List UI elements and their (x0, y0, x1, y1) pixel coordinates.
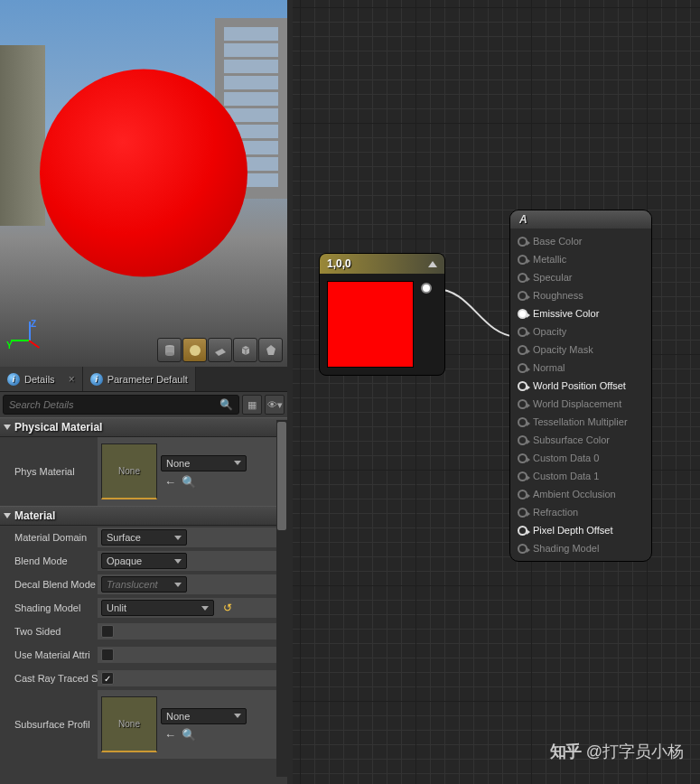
phys-material-dropdown[interactable]: None (161, 455, 247, 471)
property-matrix-button[interactable]: ▦ (242, 395, 262, 415)
material-pin-subsurface-color[interactable]: Subsurface Color (510, 431, 651, 449)
visibility-filter-button[interactable]: 👁▾ (265, 395, 285, 415)
shading-model-value: Unlit (107, 602, 126, 613)
pin-label: Ambient Occlusion (533, 489, 616, 499)
constant3-node[interactable]: 1,0,0 (319, 253, 445, 376)
info-icon: i (90, 373, 103, 386)
material-pin-world-displacement[interactable]: World Displacement (510, 395, 651, 413)
watermark-text: @打字员小杨 (586, 741, 684, 762)
decal-blend-mode-dropdown[interactable]: Translucent (101, 576, 187, 593)
pin-label: Normal (533, 362, 565, 373)
material-output-header[interactable]: A (510, 210, 651, 229)
shape-cylinder-button[interactable] (157, 338, 182, 362)
tab-parameter-defaults[interactable]: i Parameter Default (83, 367, 196, 391)
material-pin-roughness[interactable]: Roughness (510, 286, 651, 304)
watermark: 知乎 @打字员小杨 (550, 741, 684, 762)
blend-mode-dropdown[interactable]: Opaque (101, 553, 187, 569)
pin-ring-icon[interactable] (518, 363, 527, 373)
pin-ring-icon[interactable] (518, 345, 527, 355)
pin-ring-icon[interactable] (518, 255, 527, 265)
pin-ring-icon[interactable] (518, 237, 527, 247)
prop-material-domain: Material Domain Surface (0, 526, 287, 549)
search-icon[interactable]: 🔍 (219, 398, 233, 411)
pin-ring-icon[interactable] (518, 291, 527, 301)
use-material-attributes-checkbox[interactable] (101, 649, 114, 661)
two-sided-checkbox[interactable] (101, 625, 114, 638)
pin-ring-icon[interactable] (518, 273, 527, 283)
section-physical-material[interactable]: Physical Material (0, 417, 287, 437)
pin-ring-icon[interactable] (518, 471, 527, 481)
details-scrollbar[interactable] (276, 420, 287, 777)
material-domain-dropdown[interactable]: Surface (101, 529, 187, 546)
material-pin-pixel-depth-offset[interactable]: Pixel Depth Offset (510, 521, 651, 539)
search-input[interactable] (9, 399, 219, 410)
pin-ring-icon[interactable] (518, 526, 527, 536)
material-pin-metallic[interactable]: Metallic (510, 250, 651, 268)
tab-details[interactable]: i Details × (0, 367, 83, 391)
material-pin-opacity-mask[interactable]: Opacity Mask (510, 341, 651, 359)
constant3-swatch[interactable] (327, 281, 414, 368)
pin-label: Custom Data 1 (533, 471, 599, 481)
close-icon[interactable]: × (69, 373, 75, 386)
pin-ring-icon[interactable] (518, 309, 527, 319)
shading-model-dropdown[interactable]: Unlit (101, 600, 214, 616)
browse-button[interactable]: 🔍 (182, 475, 196, 489)
material-pin-emissive-color[interactable]: Emissive Color (510, 304, 651, 322)
pin-ring-icon[interactable] (518, 453, 527, 463)
prop-use-material-attributes: Use Material Attri (0, 643, 287, 667)
material-pin-ambient-occlusion[interactable]: Ambient Occlusion (510, 485, 651, 503)
search-box[interactable]: 🔍 (3, 395, 239, 415)
material-pin-base-color[interactable]: Base Color (510, 232, 651, 250)
subsurface-dropdown[interactable]: None (161, 708, 247, 724)
constant3-output-pin[interactable] (421, 283, 432, 294)
blend-mode-value: Opaque (107, 555, 142, 566)
pin-ring-icon[interactable] (518, 417, 527, 427)
pin-label: Roughness (533, 290, 583, 301)
material-output-node[interactable]: A Base ColorMetallicSpecularRoughnessEmi… (509, 210, 652, 562)
material-pin-refraction[interactable]: Refraction (510, 503, 651, 521)
pin-label: Specular (533, 272, 572, 283)
material-pin-opacity[interactable]: Opacity (510, 322, 651, 341)
pin-ring-icon[interactable] (518, 435, 527, 445)
prop-blend-mode: Blend Mode Opaque (0, 549, 287, 573)
pin-ring-icon[interactable] (518, 327, 527, 337)
shape-mesh-button[interactable] (258, 338, 283, 362)
prop-two-sided: Two Sided (0, 620, 287, 643)
svg-marker-9 (266, 345, 275, 355)
cast-ray-traced-checkbox[interactable] (101, 672, 114, 685)
material-pin-custom-data-0[interactable]: Custom Data 0 (510, 449, 651, 467)
constant3-header[interactable]: 1,0,0 (320, 254, 444, 274)
phys-material-thumbnail[interactable]: None (101, 443, 157, 499)
subsurface-thumbnail[interactable]: None (101, 696, 157, 752)
scrollbar-thumb[interactable] (277, 422, 286, 530)
collapse-icon[interactable] (428, 261, 437, 267)
chevron-down-icon (234, 461, 241, 465)
shape-sphere-button[interactable] (182, 338, 207, 362)
material-preview-viewport[interactable]: Z Y (0, 0, 287, 367)
section-material[interactable]: Material (0, 506, 287, 526)
pin-ring-icon[interactable] (518, 544, 527, 554)
pin-ring-icon[interactable] (518, 381, 527, 391)
use-selected-button[interactable]: ← (164, 475, 176, 489)
revert-icon[interactable]: ↺ (223, 602, 232, 614)
pin-label: Subsurface Color (533, 434, 610, 445)
material-pin-tessellation-multiplier[interactable]: Tessellation Multiplier (510, 413, 651, 431)
chevron-down-icon (201, 606, 209, 611)
shape-plane-button[interactable] (208, 338, 232, 362)
browse-button[interactable]: 🔍 (182, 728, 196, 742)
material-pin-specular[interactable]: Specular (510, 268, 651, 286)
pin-ring-icon[interactable] (518, 508, 527, 518)
phys-material-dropdown-value: None (166, 458, 190, 469)
shape-cube-button[interactable] (233, 338, 257, 362)
use-selected-button[interactable]: ← (164, 728, 176, 742)
material-pin-custom-data-1[interactable]: Custom Data 1 (510, 467, 651, 485)
pin-label: Base Color (533, 236, 582, 247)
pin-ring-icon[interactable] (518, 399, 527, 409)
pin-ring-icon[interactable] (518, 490, 527, 499)
material-pin-world-position-offset[interactable]: World Position Offset (510, 377, 651, 395)
pin-label: Shading Model (533, 543, 599, 554)
material-pin-shading-model[interactable]: Shading Model (510, 539, 651, 557)
panel-tabs: i Details × i Parameter Default (0, 367, 287, 392)
material-pin-normal[interactable]: Normal (510, 359, 651, 377)
material-graph[interactable]: 1,0,0 A Base ColorMetallicSpecularRoughn… (293, 0, 700, 784)
